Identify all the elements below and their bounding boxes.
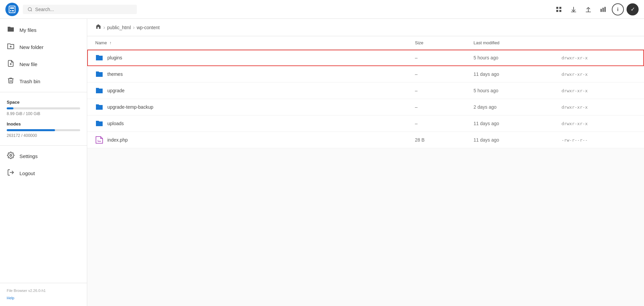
- cell-name: themes: [87, 66, 410, 82]
- space-section: Space 8.99 GiB / 100 GiB: [0, 94, 87, 121]
- svg-rect-9: [559, 10, 561, 12]
- new-folder-icon: [7, 43, 15, 52]
- sidebar-item-logout[interactable]: Logout: [0, 165, 87, 182]
- table-row[interactable]: upgrade-temp-backup–2 days agodrwxr-xr-x: [87, 99, 644, 115]
- sidebar-divider-2: [0, 145, 87, 146]
- search-bar[interactable]: [23, 5, 137, 14]
- breadcrumb-public-html[interactable]: public_html: [107, 25, 131, 30]
- upload-button[interactable]: [582, 3, 594, 15]
- svg-rect-11: [602, 8, 603, 12]
- app-logo[interactable]: [5, 3, 19, 16]
- header-right: i ✓: [553, 3, 639, 15]
- table-header: Name ↑ Size Last modified: [87, 36, 644, 50]
- sidebar-label-my-files: My files: [19, 27, 37, 33]
- search-icon: [28, 7, 33, 12]
- check-button[interactable]: ✓: [627, 3, 639, 15]
- trash-icon: [7, 77, 15, 86]
- cell-modified: 11 days ago: [468, 115, 556, 132]
- col-header-name[interactable]: Name ↑: [87, 36, 410, 50]
- file-name: plugins: [107, 55, 122, 60]
- folder-icon: [95, 54, 103, 62]
- svg-line-5: [31, 10, 32, 11]
- main-content: › public_html › wp-content Name ↑ Size L…: [87, 19, 644, 306]
- cell-size: –: [410, 66, 468, 83]
- cell-permissions: drwxr-xr-x: [556, 115, 644, 132]
- svg-rect-7: [559, 7, 561, 9]
- folder-icon: [95, 103, 103, 111]
- file-name: index.php: [107, 137, 128, 143]
- svg-rect-10: [601, 9, 602, 12]
- table-row[interactable]: themes–11 days agodrwxr-xr-x: [87, 66, 644, 83]
- sidebar-item-trash-bin[interactable]: Trash bin: [0, 73, 87, 90]
- cell-name: upgrade: [87, 83, 410, 99]
- svg-rect-8: [556, 10, 558, 12]
- inode-text: 263172 / 400000: [7, 133, 80, 138]
- svg-rect-12: [604, 7, 605, 12]
- file-name: uploads: [107, 121, 124, 126]
- cell-modified: 2 days ago: [468, 99, 556, 115]
- svg-rect-3: [12, 10, 14, 11]
- breadcrumb-sep-2: ›: [133, 24, 135, 31]
- breadcrumb-home[interactable]: [95, 23, 101, 31]
- sidebar-item-new-file[interactable]: New file: [0, 56, 87, 73]
- folder-icon: [95, 70, 103, 78]
- sidebar-label-settings: Settings: [19, 153, 38, 159]
- file-table: Name ↑ Size Last modified plugins–5 hour…: [87, 36, 644, 148]
- svg-point-4: [28, 7, 32, 11]
- table-row[interactable]: upgrade–5 hours agodrwxr-xr-x: [87, 83, 644, 99]
- sidebar-label-trash-bin: Trash bin: [19, 79, 40, 84]
- grid-view-button[interactable]: [553, 3, 565, 15]
- cell-size: 28 B: [410, 132, 468, 148]
- table-row[interactable]: plugins–5 hours agodrwxr-xr-x: [87, 50, 644, 66]
- svg-rect-1: [10, 7, 14, 9]
- cell-permissions: drwxr-xr-x: [556, 66, 644, 83]
- sidebar-label-new-folder: New folder: [19, 44, 44, 50]
- svg-point-17: [10, 154, 12, 156]
- cell-modified: 11 days ago: [468, 66, 556, 83]
- breadcrumb: › public_html › wp-content: [87, 19, 644, 36]
- sort-arrow: ↑: [109, 41, 111, 45]
- sidebar-item-new-folder[interactable]: New folder: [0, 39, 87, 56]
- inode-section: Inodes 263172 / 400000: [0, 121, 87, 143]
- cell-permissions: drwxr-xr-x: [556, 83, 644, 99]
- cell-name: plugins: [87, 50, 410, 66]
- cell-size: –: [410, 50, 468, 66]
- barchart-button[interactable]: [597, 3, 609, 15]
- logout-icon: [7, 169, 15, 178]
- table-row[interactable]: index.php28 B11 days ago-rw-r--r--: [87, 132, 644, 148]
- sidebar: My files New folder New file Trash bin S…: [0, 19, 87, 306]
- file-name: themes: [107, 71, 123, 77]
- space-progress-fill: [7, 107, 13, 109]
- table-row[interactable]: uploads–11 days agodrwxr-xr-x: [87, 115, 644, 132]
- header-left: [5, 3, 137, 16]
- space-label: Space: [7, 100, 80, 105]
- col-header-size[interactable]: Size: [410, 36, 468, 50]
- folder-icon: [7, 26, 15, 35]
- version-text: File Browser v2.26.0-h1: [0, 286, 87, 295]
- cell-size: –: [410, 115, 468, 132]
- cell-name: upgrade-temp-backup: [87, 99, 410, 115]
- sidebar-label-logout: Logout: [19, 170, 35, 176]
- svg-rect-19: [98, 27, 99, 29]
- sidebar-item-settings[interactable]: Settings: [0, 148, 87, 165]
- col-header-perms: [556, 36, 644, 50]
- cell-name: uploads: [87, 115, 410, 132]
- cell-size: –: [410, 99, 468, 115]
- download-button[interactable]: [568, 3, 580, 15]
- help-link[interactable]: Help: [0, 295, 87, 301]
- search-input[interactable]: [35, 7, 132, 12]
- info-button[interactable]: i: [612, 3, 624, 15]
- svg-rect-0: [9, 6, 15, 13]
- file-name: upgrade: [107, 88, 124, 93]
- svg-rect-6: [556, 7, 558, 9]
- header: i ✓: [0, 0, 644, 19]
- folder-icon: [95, 87, 103, 95]
- col-header-modified[interactable]: Last modified: [468, 36, 556, 50]
- sidebar-divider-1: [0, 92, 87, 92]
- inode-label: Inodes: [7, 121, 80, 126]
- sidebar-label-new-file: New file: [19, 61, 37, 67]
- sidebar-item-my-files[interactable]: My files: [0, 21, 87, 39]
- folder-icon: [95, 119, 103, 128]
- breadcrumb-wp-content[interactable]: wp-content: [137, 25, 159, 30]
- cell-permissions: -rw-r--r--: [556, 132, 644, 148]
